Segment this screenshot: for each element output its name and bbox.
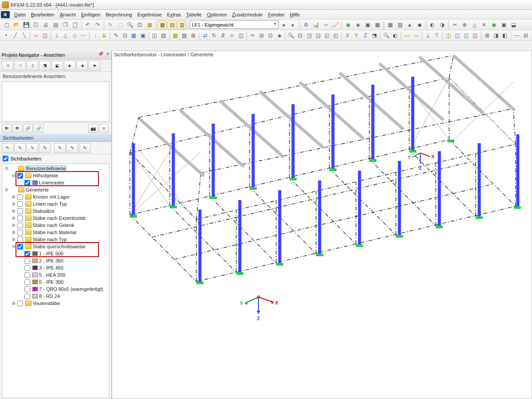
mv-a-icon[interactable]: ⇄ [201,31,209,40]
ax-x-icon[interactable]: X [344,31,352,40]
sup-c-icon[interactable]: ◇ [70,31,78,40]
tree-generierte[interactable]: ⊟ Generierte [2,186,109,193]
tree-hilfsobjekte[interactable]: ⊟ Hilfsobjekte [2,172,109,179]
ed-e-icon[interactable]: ◫ [151,31,159,40]
rd-f-icon[interactable]: ⊤ [433,31,441,40]
tool-e-icon[interactable]: ▦ [386,20,395,29]
user-views-list[interactable] [2,82,110,121]
tree-section-0[interactable]: 1 - IPE 500 [2,250,109,257]
print-icon[interactable]: 🖨 [41,20,50,29]
menu-einfuegen[interactable]: Einfügen [78,11,103,18]
uv-btn3[interactable]: 🔗 [23,124,33,133]
mv-c-icon[interactable]: ⇵ [219,31,227,40]
menu-ansicht[interactable]: Ansicht [57,11,78,18]
ed-d-icon[interactable]: ▣ [139,31,147,40]
paste-icon[interactable]: 📋 [70,20,79,29]
line-icon[interactable]: ╱ [11,31,19,40]
menu-fenster[interactable]: Fenster [266,11,287,18]
tool-l-icon[interactable]: ⊕ [460,20,469,29]
panel2-icon[interactable]: ▤ [168,20,176,29]
dsp-a-icon[interactable]: ◫ [445,31,453,40]
ed-a-icon[interactable]: ✎ [112,31,120,40]
ed-h-icon[interactable]: ▨ [180,31,188,40]
sn-a-icon[interactable]: ✂ [249,31,257,40]
model-viewport[interactable]: Sichtbarkeitsmodus - Linienraster / Gene… [112,51,532,399]
tool-g-icon[interactable]: ▲ [405,20,414,29]
rd-b-icon[interactable]: ◐ [391,31,399,40]
redo-icon[interactable]: ↷ [93,20,102,29]
vw-f-icon[interactable]: ◰ [332,31,340,40]
tool-p-icon[interactable]: ▣ [499,20,508,29]
menu-tabelle[interactable]: Tabelle [184,11,204,18]
ex-a-icon[interactable]: ⊞ [483,31,491,40]
sn-d-icon[interactable]: ◈ [275,31,283,40]
ed-f-icon[interactable]: ▤ [160,31,168,40]
view-y-btn[interactable]: -Y [14,61,26,70]
panel1-icon[interactable]: ▦ [158,20,167,29]
tree-gen-item-2[interactable]: ⊞Stabsätze [2,207,109,215]
tree-gen-item-6[interactable]: ⊞Stäbe nach Typ [2,236,109,243]
tool-h-icon[interactable]: ◆ [415,20,424,29]
ed-b-icon[interactable]: ⊡ [121,31,129,40]
tool-q-icon[interactable]: ⬓ [509,20,518,29]
tool-i-icon[interactable]: ◐ [428,20,437,29]
mv-e-icon[interactable]: ◫ [237,31,245,40]
rd-c-icon[interactable]: ▭ [403,31,411,40]
ed-g-icon[interactable]: ▦ [172,31,180,40]
grid-icon[interactable]: ▦ [145,20,154,29]
next-lc-icon[interactable]: ▸ [289,20,297,29]
tool-k-icon[interactable]: ✂ [450,20,459,29]
uv-add-btn[interactable]: 📷 [88,124,98,133]
view-1-btn[interactable]: ⬔ [39,61,51,70]
ex-c-icon[interactable]: ◧ [501,31,509,40]
ex-e-icon[interactable]: ⊟ [522,31,530,40]
tool-n-icon[interactable]: ✕ [480,20,489,29]
tree-section-2[interactable]: 3 - IPE 450 [2,264,109,271]
tree-section-4[interactable]: 6 - IPE 300 [2,278,109,286]
rd-e-icon[interactable]: ⊥ [424,31,432,40]
ax-y-icon[interactable]: Y [352,31,360,40]
menu-hilfe[interactable]: Hilfe [287,11,302,18]
vw-d-icon[interactable]: ◲ [314,31,322,40]
tree-benutzerdefinierte[interactable]: ⊟ Benutzerdefinierte [2,165,109,172]
ax-iso-icon[interactable]: ⬔ [370,31,378,40]
menu-zusatzmodule[interactable]: Zusatzmodule [230,11,266,18]
panel3-icon[interactable]: ▥ [177,20,186,29]
pencil-icon[interactable]: ✎ [106,20,115,29]
close-panel-icon[interactable]: ✕ [105,51,110,56]
menu-datei[interactable]: Datei [12,11,28,18]
save-all-icon[interactable]: ⿻ [31,20,40,29]
ed-i-icon[interactable]: ⊞ [189,31,197,40]
tree-gen-item-4[interactable]: ⊞Stäbe nach Gelenk [2,222,109,229]
tree-staebe-querschnittsweise[interactable]: ⊟ Stäbe querschnittsweise [2,243,109,250]
tool-f-icon[interactable]: ▨ [395,20,404,29]
vw-a-icon[interactable]: 🔍 [287,31,295,40]
zoom-window-icon[interactable]: ⊡ [135,20,144,29]
tool-m-icon[interactable]: △ [470,20,479,29]
sichtbarkeiten-checkbox[interactable] [3,156,8,161]
tree-voutenstaebe[interactable]: ⊞ Voutenstäbe [2,300,109,307]
sup-a-icon[interactable]: ⊥ [53,31,61,40]
load-b-icon[interactable]: ⇊ [100,31,108,40]
sb-2[interactable]: ✎ [14,143,26,153]
ed-c-icon[interactable]: ▦ [130,31,138,40]
solid-icon[interactable]: ◫ [41,31,49,40]
uv-del-btn[interactable]: ✕ [99,124,109,133]
vw-b-icon[interactable]: ⊡ [296,31,304,40]
sb-1[interactable]: ✎ [2,143,13,153]
uv-btn1[interactable]: 👁 [2,124,12,133]
menu-bearbeiten[interactable]: Bearbeiten [28,11,57,18]
tool-o-icon[interactable]: ◉ [489,20,498,29]
menu-berechnung[interactable]: Berechnung [103,11,134,18]
results2-icon[interactable]: 📊 [311,20,320,29]
tree-section-1[interactable]: 2 - IPE 360 [2,257,109,264]
visibility-tree[interactable]: ⊟ Benutzerdefinierte ⊟ Hilfsobjekte Lini… [2,164,110,398]
sup-d-icon[interactable]: ⋯ [79,31,87,40]
tree-gen-item-3[interactable]: ⊞Stäbe nach Exzentrizität [2,215,109,222]
tool-d-icon[interactable]: ▦ [373,20,382,29]
copy-icon[interactable]: ❐ [61,20,70,29]
ex-d-icon[interactable]: — [513,31,521,40]
loadcase-combo[interactable]: LF1 - Eigengewicht [190,20,278,29]
rd-d-icon[interactable]: ▭ [412,31,420,40]
sb-4[interactable]: ✎ [39,143,51,153]
